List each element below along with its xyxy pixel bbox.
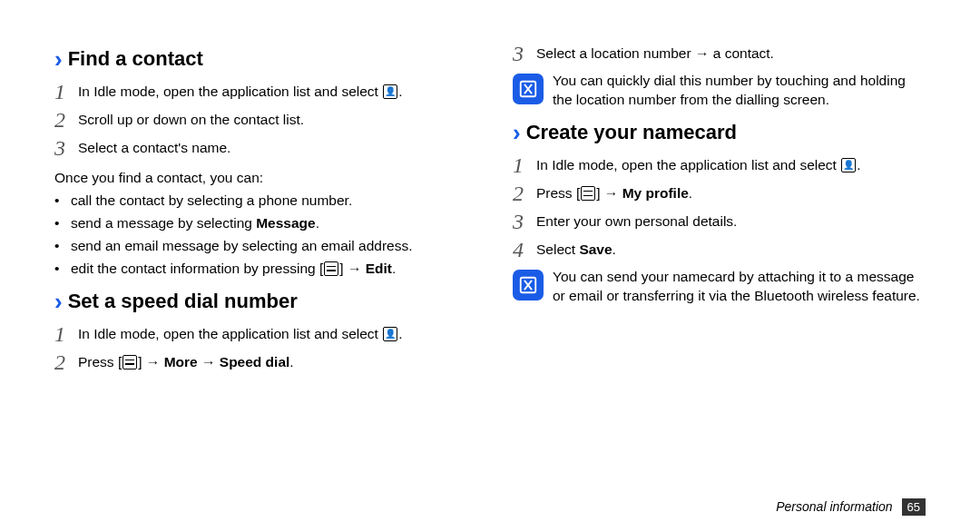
- chevron-icon: ›: [513, 121, 521, 144]
- step-number: 1: [54, 322, 78, 345]
- page-footer: Personal information 65: [776, 498, 926, 516]
- step-text: Select a contact's name.: [78, 136, 467, 158]
- contacts-icon: 👤: [383, 327, 397, 341]
- bullet-text: call the contact by selecting a phone nu…: [71, 192, 352, 211]
- step-text: Enter your own personal details.: [536, 210, 926, 232]
- chevron-icon: ›: [54, 290, 63, 313]
- contacts-icon: 👤: [383, 84, 397, 99]
- step-number: 3: [54, 136, 78, 159]
- step-item: 2 Press [] → My profile.: [513, 182, 926, 204]
- step-number: 1: [54, 80, 78, 103]
- right-column: 3 Select a location number → a contact. …: [513, 36, 926, 379]
- bullet-text: send a message by selecting Message.: [71, 214, 319, 233]
- step-item: 1 In Idle mode, open the application lis…: [54, 80, 467, 103]
- note-icon: [513, 74, 544, 104]
- note-icon: [513, 270, 544, 300]
- step-item: 1 In Idle mode, open the application lis…: [54, 322, 467, 345]
- step-text: Select a location number → a contact.: [536, 42, 926, 64]
- chevron-icon: ›: [54, 47, 63, 71]
- step-item: 3 Enter your own personal details.: [513, 210, 926, 232]
- bullet-text: send an email message by selecting an em…: [71, 237, 413, 256]
- step-item: 3 Select a location number → a contact.: [513, 42, 926, 64]
- step-number: 4: [513, 238, 536, 261]
- step-text: Press [] → My profile.: [536, 182, 926, 203]
- page-number: 65: [902, 498, 926, 516]
- footer-label: Personal information: [776, 499, 892, 514]
- note-text: You can quickly dial this number by touc…: [553, 72, 926, 110]
- note-text: You can send your namecard by attaching …: [553, 268, 926, 306]
- step-text: In Idle mode, open the application list …: [78, 322, 467, 344]
- paragraph: Once you find a contact, you can:: [54, 170, 467, 186]
- heading-title: Set a speed dial number: [68, 290, 298, 313]
- step-number: 2: [54, 108, 78, 131]
- step-item: 2 Press [] → More → Speed dial.: [54, 350, 467, 373]
- step-number: 3: [513, 42, 536, 64]
- step-item: 3 Select a contact's name.: [54, 136, 467, 159]
- heading-namecard: › Create your namecard: [513, 121, 926, 144]
- menu-icon: [324, 261, 338, 276]
- step-number: 3: [513, 210, 536, 232]
- step-text: In Idle mode, open the application list …: [536, 153, 926, 175]
- bullet-dot: •: [54, 214, 71, 233]
- bullet-item: • call the contact by selecting a phone …: [54, 192, 467, 211]
- bullet-dot: •: [54, 237, 71, 256]
- bullet-item: • edit the contact information by pressi…: [54, 260, 467, 279]
- heading-title: Find a contact: [68, 47, 203, 71]
- bullet-item: • send a message by selecting Message.: [54, 214, 467, 233]
- step-text: Scroll up or down on the contact list.: [78, 108, 467, 130]
- menu-icon: [122, 355, 137, 369]
- step-text: Select Save.: [536, 238, 926, 260]
- bullet-text: edit the contact information by pressing…: [71, 260, 396, 279]
- bullet-item: • send an email message by selecting an …: [54, 237, 467, 256]
- note-block: You can send your namecard by attaching …: [513, 268, 926, 306]
- contacts-icon: 👤: [841, 158, 856, 172]
- step-item: 2 Scroll up or down on the contact list.: [54, 108, 467, 131]
- bullet-dot: •: [54, 192, 71, 211]
- left-column: › Find a contact 1 In Idle mode, open th…: [54, 36, 467, 379]
- menu-icon: [581, 186, 595, 201]
- note-block: You can quickly dial this number by touc…: [513, 72, 926, 110]
- step-text: Press [] → More → Speed dial.: [78, 350, 467, 372]
- step-number: 2: [54, 350, 78, 373]
- heading-find-contact: › Find a contact: [54, 47, 467, 71]
- step-number: 1: [513, 153, 536, 176]
- bullet-dot: •: [54, 260, 71, 279]
- step-item: 1 In Idle mode, open the application lis…: [513, 153, 926, 176]
- heading-title: Create your namecard: [526, 121, 737, 144]
- step-item: 4 Select Save.: [513, 238, 926, 261]
- step-number: 2: [513, 182, 536, 204]
- heading-speed-dial: › Set a speed dial number: [54, 290, 467, 313]
- step-text: In Idle mode, open the application list …: [78, 80, 467, 102]
